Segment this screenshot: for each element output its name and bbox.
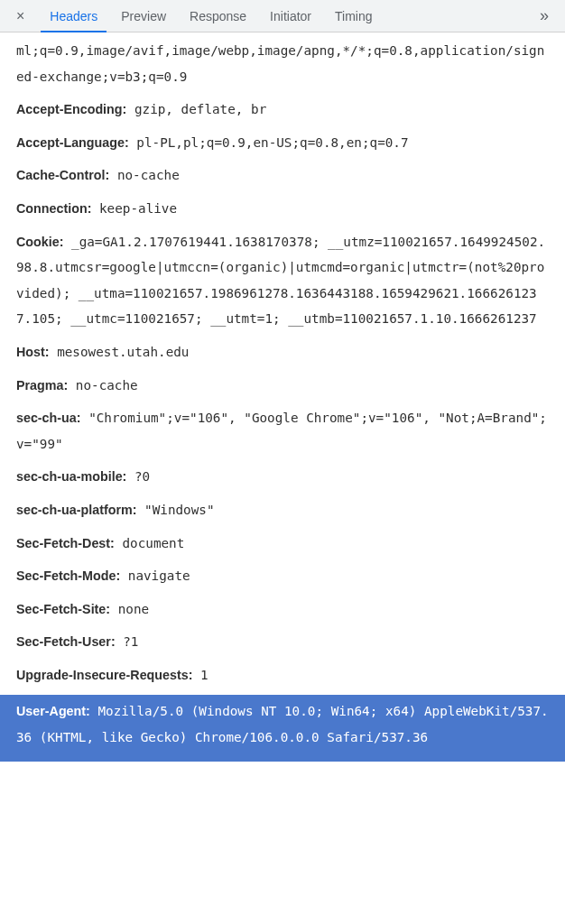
headers-panel: ml;q=0.9,image/avif,image/webp,image/apn… (0, 32, 565, 762)
close-icon[interactable]: × (11, 8, 30, 24)
tab-initiator[interactable]: Initiator (261, 0, 320, 32)
header-name: User-Agent: (16, 704, 90, 718)
header-row-connection: Connection: keep-alive (16, 196, 549, 222)
header-name: Sec-Fetch-Site: (16, 602, 110, 616)
header-value: ?1 (123, 634, 138, 649)
header-row-sec-fetch-mode: Sec-Fetch-Mode: navigate (16, 563, 549, 589)
header-value: 1 (200, 668, 208, 682)
header-name: sec-ch-ua: (16, 411, 81, 425)
header-name: Accept-Language: (16, 135, 129, 150)
header-name: Cache-Control: (16, 168, 109, 182)
header-value: navigate (128, 568, 190, 583)
header-value: no-cache (76, 378, 138, 393)
header-value: document (122, 536, 184, 550)
header-row-sec-fetch-user: Sec-Fetch-User: ?1 (16, 629, 549, 655)
header-name: Upgrade-Insecure-Requests: (16, 668, 192, 682)
tab-timing[interactable]: Timing (326, 0, 382, 32)
header-value: pl-PL,pl;q=0.9,en-US;q=0.8,en;q=0.7 (136, 135, 408, 150)
header-row-accept-encoding: Accept-Encoding: gzip, deflate, br (16, 97, 549, 123)
header-name: sec-ch-ua-platform: (16, 503, 136, 517)
header-row-sec-ch-ua-mobile: sec-ch-ua-mobile: ?0 (16, 464, 549, 490)
header-value: _ga=GA1.2.1707619441.1638170378; __utmz=… (16, 235, 545, 327)
header-row-user-agent-selected[interactable]: User-Agent: Mozilla/5.0 (Windows NT 10.0… (0, 695, 565, 761)
header-value: "Chromium";v="106", "Google Chrome";v="1… (16, 411, 547, 451)
header-row-sec-ch-ua: sec-ch-ua: "Chromium";v="106", "Google C… (16, 405, 549, 457)
header-name: Sec-Fetch-Dest: (16, 536, 115, 550)
header-name: Pragma: (16, 378, 68, 393)
header-row-upgrade-insecure-requests: Upgrade-Insecure-Requests: 1 (16, 662, 549, 688)
header-value: keep-alive (99, 201, 177, 216)
header-value: ?0 (134, 469, 150, 484)
header-row-cache-control: Cache-Control: no-cache (16, 162, 549, 189)
devtools-tab-bar: × Headers Preview Response Initiator Tim… (0, 0, 565, 32)
header-value: mesowest.utah.edu (57, 345, 189, 359)
header-value: "Windows" (144, 503, 214, 517)
header-name: Host: (16, 345, 50, 359)
header-value: none (118, 602, 149, 616)
header-value: no-cache (117, 168, 180, 182)
header-name: Accept-Encoding: (16, 102, 126, 116)
more-tabs-icon[interactable]: » (531, 6, 558, 25)
header-value-continuation: ml;q=0.9,image/avif,image/webp,image/apn… (16, 38, 549, 89)
header-name: Sec-Fetch-Mode: (16, 568, 120, 583)
tab-headers[interactable]: Headers (41, 0, 107, 32)
header-row-sec-ch-ua-platform: sec-ch-ua-platform: "Windows" (16, 497, 549, 523)
header-row-pragma: Pragma: no-cache (16, 373, 549, 399)
header-value: Mozilla/5.0 (Windows NT 10.0; Win64; x64… (16, 704, 549, 744)
header-row-accept-language: Accept-Language: pl-PL,pl;q=0.9,en-US;q=… (16, 130, 549, 156)
tab-preview[interactable]: Preview (112, 0, 175, 32)
header-row-sec-fetch-dest: Sec-Fetch-Dest: document (16, 531, 549, 557)
header-name: sec-ch-ua-mobile: (16, 469, 126, 484)
header-value: gzip, deflate, br (134, 102, 266, 116)
header-row-host: Host: mesowest.utah.edu (16, 339, 549, 365)
header-name: Cookie: (16, 235, 63, 249)
header-name: Connection: (16, 201, 91, 216)
header-row-cookie: Cookie: _ga=GA1.2.1707619441.1638170378;… (16, 229, 549, 332)
header-name: Sec-Fetch-User: (16, 634, 116, 649)
tab-response[interactable]: Response (181, 0, 255, 32)
header-row-sec-fetch-site: Sec-Fetch-Site: none (16, 596, 549, 623)
